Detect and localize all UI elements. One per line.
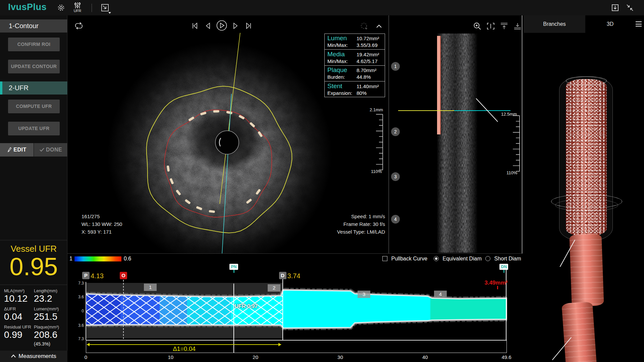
branch-marker-1[interactable]: 1 xyxy=(391,62,400,71)
length-value: 23.2 xyxy=(34,293,52,304)
region-label-1[interactable]: 1 xyxy=(144,284,157,291)
ufr-settings-icon[interactable]: UFR xyxy=(72,2,83,13)
marker-d-badge[interactable]: D xyxy=(279,272,286,279)
y-tick: 3.6 xyxy=(70,295,84,299)
short-diam-label: Short Diam xyxy=(494,256,521,261)
marker-pn-badge[interactable]: PN xyxy=(229,264,238,270)
marker-p-badge[interactable]: P xyxy=(82,272,90,279)
collapse-panel-icon[interactable] xyxy=(376,23,382,29)
lumen-minmax-label: Min/Max: xyxy=(327,42,348,48)
ufr-annotation: UFR 0.97 xyxy=(235,303,258,309)
marker-p-value: 4.13 xyxy=(91,272,104,280)
align-top-icon[interactable] xyxy=(500,22,508,32)
tab-3d-label: 3D xyxy=(607,21,613,27)
pullback-curve-checkbox[interactable]: Pullback Curve xyxy=(382,256,427,262)
reference-ring-2 xyxy=(555,199,618,211)
pn-line[interactable] xyxy=(233,284,234,353)
section-contour-header[interactable]: 1-Contour xyxy=(0,19,67,33)
update-ufr-button[interactable]: UPDATE UFR xyxy=(8,122,60,135)
vessel-top-cap xyxy=(566,76,607,85)
toolbar-divider xyxy=(92,4,92,12)
measurements-toggle[interactable]: Measurements xyxy=(0,351,67,362)
plaque-area: 8.70mm² xyxy=(357,67,376,73)
settings-gear-icon[interactable] xyxy=(57,3,65,13)
center-frame-icon[interactable] xyxy=(486,22,495,32)
tab-branches[interactable]: Branches xyxy=(524,15,585,33)
frame-position-line-right[interactable] xyxy=(454,110,511,111)
section-ufr-label: 2-UFR xyxy=(9,84,29,92)
report-export-icon[interactable] xyxy=(611,4,619,13)
equivalent-diam-radio[interactable]: Equivalent Diam xyxy=(434,256,482,262)
end-line xyxy=(506,266,506,340)
frame-rate: Frame Rate: 30 f/s xyxy=(343,220,385,228)
vessel-3d-stented-segment[interactable] xyxy=(566,79,607,236)
plaque-row: Plaque8.70mm² Burden:44.8% xyxy=(325,66,385,81)
checkbox-icon[interactable] xyxy=(382,256,387,261)
lumen-volume-value: 251.5 xyxy=(34,311,57,322)
vessel-3d-mid-segment[interactable] xyxy=(569,233,604,306)
play-button[interactable] xyxy=(216,20,227,33)
section-ufr-header[interactable]: 2-UFR xyxy=(0,81,67,95)
ufr-pullback-chart-panel: 1 0.6 Pullback Curve Equivalent Diam Sho… xyxy=(67,253,523,362)
short-diam-radio[interactable]: Short Diam xyxy=(485,256,521,262)
marker-o-badge[interactable]: O xyxy=(120,272,127,279)
edit-button[interactable]: EDIT xyxy=(0,143,34,157)
zoom-in-icon[interactable] xyxy=(473,22,482,32)
done-button[interactable]: DONE xyxy=(34,143,67,157)
delta-measure-box xyxy=(86,340,507,353)
update-contour-button[interactable]: UPDATE CONTOUR xyxy=(8,60,60,73)
step-back-icon[interactable] xyxy=(204,22,212,31)
align-bottom-icon[interactable] xyxy=(513,22,522,32)
plaque-name: Plaque xyxy=(327,66,347,74)
frame-position-line-left[interactable] xyxy=(398,110,454,111)
radio-icon[interactable] xyxy=(434,256,439,261)
stent-row: Stent11.40mm² Expansion:80% xyxy=(325,82,385,98)
skip-to-end-icon[interactable] xyxy=(245,22,253,31)
lumen-volume-label: Lumen(mm³) xyxy=(34,306,59,311)
export-menu-icon[interactable] xyxy=(101,4,112,15)
tab-3d[interactable]: 3D xyxy=(585,15,635,33)
compute-ufr-button[interactable]: COMPUTE UFR xyxy=(8,100,60,113)
confirm-roi-button[interactable]: CONFIRM ROI xyxy=(8,38,60,51)
step-forward-icon[interactable] xyxy=(232,22,239,31)
measurement-overlay-box: Lumen10.72mm² Min/Max:3.55/3.69 Media19.… xyxy=(324,34,385,97)
ivus-ruler xyxy=(369,114,385,172)
plaque-burden-value: 44.8% xyxy=(357,74,371,80)
frame-counter: 161/275 xyxy=(82,213,100,220)
rotate-tool-icon[interactable] xyxy=(360,22,369,32)
colorbar-right-label: 0.6 xyxy=(124,256,131,262)
longitudinal-ultrasound-image[interactable] xyxy=(433,33,487,253)
y-axis-line xyxy=(86,282,86,340)
check-icon xyxy=(39,147,45,152)
region-label-3[interactable]: 3 xyxy=(358,291,370,298)
ivus-scale-label: 2.1mm xyxy=(370,107,383,112)
section-contour-label: 1-Contour xyxy=(9,22,39,29)
catheter xyxy=(215,131,239,154)
x-tick: 40 xyxy=(422,354,428,360)
y-tick: 7.3 xyxy=(70,337,84,341)
ufr-icon-label: UFR xyxy=(72,9,83,13)
marker-pn-tail xyxy=(233,270,234,273)
residual-ufr-label: Residual UFR xyxy=(4,324,31,329)
lumen-area: 10.72mm² xyxy=(357,36,379,41)
branch-marker-3[interactable]: 3 xyxy=(391,172,400,181)
vessel-3d-distal-segment[interactable] xyxy=(561,301,598,362)
region-label-2[interactable]: 2 xyxy=(268,284,280,292)
colorbar-left-label: 1 xyxy=(69,256,72,262)
radio-icon[interactable] xyxy=(485,256,490,261)
distal-line[interactable] xyxy=(282,279,283,340)
region-label-4[interactable]: 4 xyxy=(434,291,447,298)
plaque-volume-value: 208.6 xyxy=(34,329,57,340)
marker-dn-badge[interactable]: DN xyxy=(499,264,508,270)
done-label: DONE xyxy=(46,147,62,153)
lumen-minmax-value: 3.55/3.69 xyxy=(357,42,378,48)
branch-marker-4[interactable]: 4 xyxy=(391,215,400,224)
mla-label: MLA(mm²) xyxy=(4,288,24,293)
skip-to-start-icon[interactable] xyxy=(191,22,199,31)
branch-marker-2[interactable]: 2 xyxy=(391,127,400,136)
panel-menu-icon[interactable] xyxy=(636,21,642,26)
divider xyxy=(0,285,67,285)
equivalent-diam-label: Equivalent Diam xyxy=(442,256,482,261)
collapse-window-icon[interactable] xyxy=(626,4,634,13)
loop-playback-icon[interactable] xyxy=(74,22,84,31)
